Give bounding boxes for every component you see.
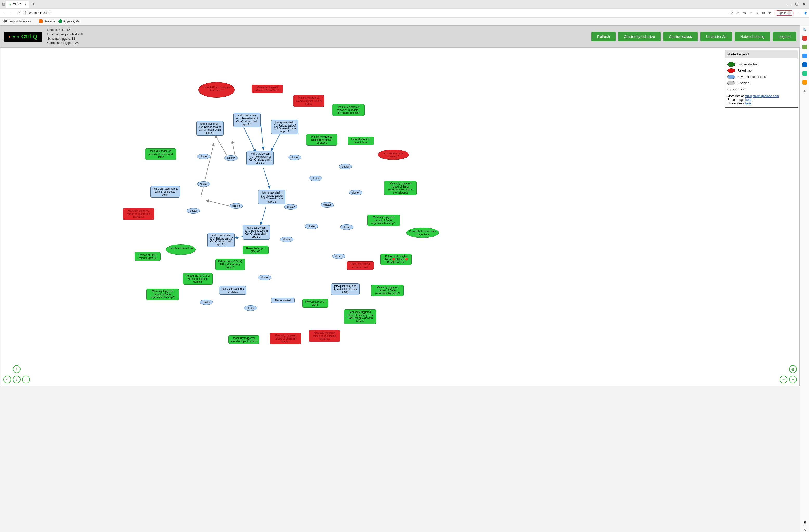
node-website-analytics[interactable]: Manually triggered reload of Web site an… bbox=[306, 134, 338, 146]
node-butlertest1[interactable]: Manually triggered reload of ButlerTest … bbox=[252, 85, 283, 93]
cluster-node[interactable]: cluster bbox=[280, 237, 293, 242]
refresh-button[interactable]: Refresh bbox=[591, 32, 616, 41]
read-aloud-icon[interactable]: A⁺ bbox=[729, 11, 733, 15]
cluster-node[interactable]: cluster bbox=[340, 225, 353, 230]
cluster-node[interactable]: cluster bbox=[288, 155, 301, 160]
close-window-icon[interactable]: ✕ bbox=[803, 2, 805, 6]
nav-left-button[interactable]: ← bbox=[3, 376, 11, 384]
maximize-icon[interactable]: ▢ bbox=[795, 2, 798, 6]
bookmark-apps-qmc[interactable]: Apps - QMC bbox=[58, 19, 80, 23]
cluster-leaves-button[interactable]: Cluster leaves bbox=[663, 32, 698, 41]
node-chain-5-2[interactable]: [ctrl-q task chain 5.2] Reload task of C… bbox=[196, 121, 224, 136]
node-regapp2[interactable]: Manually triggered reload of Butler regr… bbox=[147, 289, 179, 300]
close-tab-icon[interactable]: × bbox=[25, 2, 27, 6]
node-nrscript1[interactable]: Reload task of Ctrl-Q NR script replace … bbox=[215, 259, 245, 270]
node-training-islands[interactable]: Manually triggered reload of Training - … bbox=[344, 309, 376, 324]
import-favorites-button[interactable]: �եImport favorites bbox=[3, 19, 31, 23]
sidebar-icon-1[interactable] bbox=[802, 36, 807, 40]
sidebar-icon-6[interactable] bbox=[802, 80, 807, 85]
node-minecraft[interactable]: Manually triggered reload of Minecraft M… bbox=[270, 333, 301, 344]
cluster-node[interactable]: cluster bbox=[197, 154, 210, 159]
app-icon[interactable]: ⊞ bbox=[762, 11, 765, 15]
cluster-node[interactable]: cluster bbox=[309, 176, 322, 181]
bookmark-grafana[interactable]: Grafana bbox=[39, 19, 55, 23]
sidebar-icon-5[interactable] bbox=[802, 71, 807, 76]
cluster-node[interactable]: cluster bbox=[284, 204, 297, 210]
node-nyc-parking[interactable]: Manually triggered reload of Test data -… bbox=[332, 104, 365, 116]
network-canvas[interactable]: Node-RED ext. program task demo 1 Manual… bbox=[1, 48, 799, 386]
legend-button[interactable]: Legend bbox=[773, 32, 796, 41]
nav-down-button[interactable]: ↓ bbox=[13, 376, 20, 384]
extensions-icon[interactable]: ✧ bbox=[756, 11, 759, 15]
performance-icon[interactable]: ❤ bbox=[769, 11, 771, 15]
back-icon[interactable]: ← bbox=[2, 11, 7, 15]
node-nrscript2[interactable]: Reload task of Ctrl-Q NR script replace … bbox=[183, 273, 213, 285]
node-ps-export[interactable]: PowerShell export data connections bbox=[406, 228, 439, 238]
node-regapp4[interactable]: Manually triggered reload of Butler regr… bbox=[384, 181, 417, 195]
collections-icon[interactable]: ▭ bbox=[750, 11, 752, 15]
node-unit-dup2[interactable]: [ctrl-q unit test] app 1, task 2 (duplic… bbox=[331, 283, 360, 295]
network-config-button[interactable]: Network config bbox=[735, 32, 770, 41]
node-butler3-slack[interactable]: Manually triggered reload of Butler 3 Sl… bbox=[293, 95, 324, 107]
nav-right-button[interactable]: → bbox=[22, 376, 30, 384]
cluster-node[interactable]: cluster bbox=[305, 224, 318, 229]
nav-up-button[interactable]: ↑ bbox=[13, 365, 20, 373]
node-regapp3[interactable]: Manually triggered reload of Butler regr… bbox=[371, 285, 404, 296]
legend-bugs-link[interactable]: here bbox=[745, 98, 752, 102]
cluster-node[interactable]: cluster bbox=[224, 155, 238, 161]
sync-icon[interactable]: ⟲ bbox=[743, 11, 746, 15]
cluster-node[interactable]: cluster bbox=[244, 305, 257, 311]
node-failing2[interactable]: Manually triggered reload of Test failin… bbox=[123, 208, 154, 220]
cluster-node[interactable]: cluster bbox=[258, 275, 271, 280]
node-butler-fail1[interactable]: Butler test failing reloads 1 task bbox=[346, 261, 374, 270]
node-regapp1[interactable]: Manually triggered reload of Butler regr… bbox=[367, 215, 400, 226]
copilot-icon[interactable]: ◐ bbox=[804, 11, 807, 15]
node-chain-7-1[interactable]: [ctrl-q task chain 7.1] Reload task of C… bbox=[271, 120, 298, 134]
node-never-started[interactable]: Never started bbox=[271, 298, 294, 303]
node-chain-9-1[interactable]: [ctrl-q task chain 9.1] Reload task of C… bbox=[258, 190, 286, 205]
node-sample-ext[interactable]: Sample external task bbox=[166, 245, 196, 255]
node-chain-11-1[interactable]: [ctrl-q task chain 11.1] Reload task of … bbox=[207, 233, 235, 247]
node-user-reload[interactable]: Manually triggered reload of User reload… bbox=[145, 148, 176, 160]
legend-moreinfo-link[interactable]: ctrl-q.ptarmiganlabs.com bbox=[745, 94, 779, 98]
cluster-node[interactable]: cluster bbox=[187, 208, 200, 214]
node-chain-10-1[interactable]: [ctrl-q task chain 10.1] Reload task of … bbox=[243, 225, 270, 240]
address-bar[interactable]: ⓘ localhost:3000 bbox=[24, 11, 727, 15]
sidebar-icon-3[interactable] bbox=[802, 54, 807, 58]
node-ci-demo[interactable]: Reload task of CI demo bbox=[302, 299, 328, 307]
node-reload-demo2[interactable]: Reload task 2 of reload demo bbox=[348, 137, 374, 145]
reload-icon[interactable]: ⟳ bbox=[17, 11, 21, 15]
node-unit-dup1[interactable]: [ctrl-q unit test] app 1, task 2 (duplic… bbox=[150, 186, 180, 198]
more-icon[interactable]: ⋯ bbox=[797, 11, 801, 15]
cluster-node[interactable]: cluster bbox=[321, 202, 334, 208]
node-sales2018[interactable]: Reload of 2018 sales targets 🗓 bbox=[135, 252, 161, 261]
zoom-out-button[interactable]: − bbox=[780, 376, 788, 384]
cluster-node[interactable]: cluster bbox=[349, 190, 362, 195]
node-failing3[interactable]: Manually triggered reload of Test failin… bbox=[309, 330, 340, 342]
legend-ideas-link[interactable]: here bbox=[745, 102, 751, 105]
cluster-hub-button[interactable]: Cluster by hub size bbox=[618, 32, 660, 41]
forward-icon[interactable]: → bbox=[10, 11, 14, 15]
sidebar-icon-4[interactable] bbox=[802, 63, 807, 67]
node-ext-chain1[interactable]: Ext program task chaining 1 bbox=[378, 149, 409, 160]
node-unit-task1[interactable]: [ctrl-q unit test] app 1, task 1 bbox=[219, 286, 246, 295]
signin-button[interactable]: Sign in bbox=[775, 11, 794, 16]
tab-list-icon[interactable]: ▥ bbox=[1, 2, 6, 6]
cluster-node[interactable]: cluster bbox=[229, 203, 243, 209]
sidebar-add-icon[interactable]: + bbox=[803, 89, 806, 94]
cluster-node[interactable]: cluster bbox=[339, 164, 352, 170]
node-chain-8-1[interactable]: [ctrl-q task chain 8.1] Reload task of C… bbox=[246, 151, 274, 165]
uncluster-all-button[interactable]: Uncluster All bbox=[700, 32, 732, 41]
sidebar-icon-2[interactable] bbox=[802, 45, 807, 49]
site-info-icon[interactable]: ⓘ bbox=[24, 11, 27, 15]
node-github-devops[interactable]: Reload task of Qlik Sense ❤️ GitHub ❤️ D… bbox=[380, 253, 412, 265]
node-syntkey-dev[interactable]: Manually triggered reload of Synt key DE… bbox=[228, 335, 259, 344]
favorite-icon[interactable]: ☆ bbox=[737, 11, 740, 15]
browser-tab[interactable]: ⋔ Ctrl-Q × bbox=[6, 1, 29, 8]
zoom-in-button[interactable]: + bbox=[789, 376, 797, 384]
node-chain-6-1[interactable]: [ctrl-q task chain 6.1] Reload task of C… bbox=[234, 113, 261, 127]
node-nodered-ext[interactable]: Node-RED ext. program task demo 1 bbox=[199, 82, 235, 98]
new-tab-button[interactable]: + bbox=[31, 2, 36, 6]
cluster-node[interactable]: cluster bbox=[332, 253, 345, 259]
cluster-node[interactable]: cluster bbox=[197, 181, 210, 187]
